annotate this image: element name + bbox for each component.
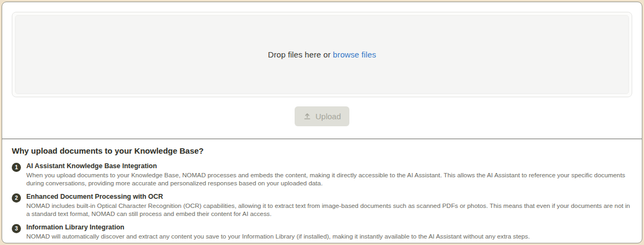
- info-item-3: 3 Information Library Integration NOMAD …: [12, 224, 634, 241]
- drop-zone-prompt: Drop files here or: [268, 50, 331, 59]
- item-number-badge: 2: [12, 193, 21, 203]
- browse-files-link[interactable]: browse files: [333, 50, 376, 59]
- item-title: AI Assistant Knowledge Base Integration: [26, 162, 634, 170]
- item-title: Information Library Integration: [26, 224, 634, 231]
- info-item-body: Information Library Integration NOMAD wi…: [26, 224, 634, 241]
- upload-button[interactable]: Upload: [295, 106, 350, 126]
- upload-icon: [303, 112, 311, 120]
- item-description: NOMAD includes built-in Optical Characte…: [26, 202, 634, 218]
- item-description: NOMAD will automatically discover and ex…: [26, 233, 634, 241]
- drop-zone-text: Drop files here or browse files: [268, 50, 376, 59]
- item-number-badge: 1: [12, 163, 21, 172]
- info-item-body: AI Assistant Knowledge Base Integration …: [26, 162, 634, 187]
- info-heading: Why upload documents to your Knowledge B…: [12, 146, 634, 155]
- info-section: Why upload documents to your Knowledge B…: [12, 146, 634, 243]
- upload-button-row: Upload: [2, 106, 642, 126]
- item-description: When you upload documents to your Knowle…: [26, 171, 634, 187]
- info-item-1: 1 AI Assistant Knowledge Base Integratio…: [12, 162, 634, 187]
- file-drop-zone[interactable]: Drop files here or browse files: [12, 12, 632, 97]
- info-item-2: 2 Enhanced Document Processing with OCR …: [12, 193, 634, 218]
- item-title: Enhanced Document Processing with OCR: [26, 193, 634, 200]
- upload-button-label: Upload: [316, 112, 341, 121]
- main-panel: Drop files here or browse files Upload W…: [2, 2, 642, 243]
- info-item-body: Enhanced Document Processing with OCR NO…: [26, 193, 634, 218]
- section-divider: [2, 139, 642, 139]
- item-number-badge: 3: [12, 224, 21, 233]
- file-drop-zone-inner[interactable]: Drop files here or browse files: [15, 15, 629, 94]
